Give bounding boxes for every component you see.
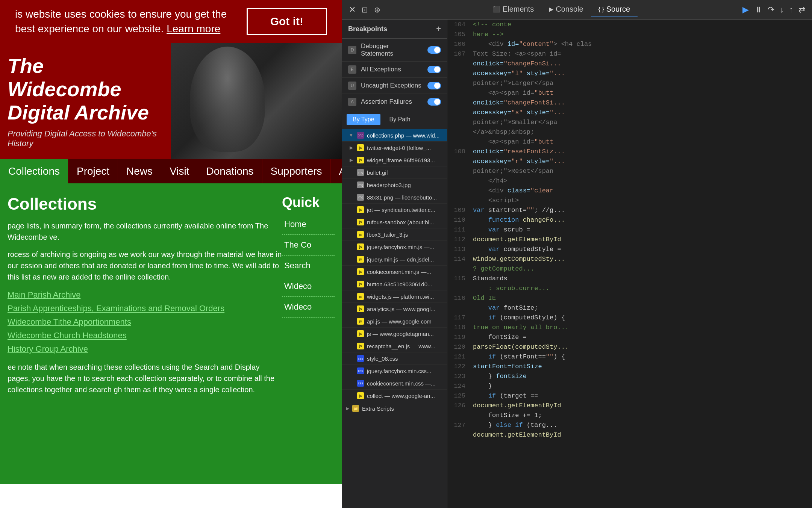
expand-arrow-icon: ▼ bbox=[348, 132, 354, 138]
js-icon: js bbox=[357, 144, 364, 151]
by-type-button[interactable]: By Type bbox=[347, 114, 380, 125]
code-line-122: startFont=fontSize bbox=[473, 361, 812, 371]
file-item-style-css[interactable]: ▶ css style_08.css bbox=[342, 352, 447, 365]
main-content: Collections page lists, in summary form,… bbox=[0, 183, 342, 484]
step-out-icon[interactable]: ↑ bbox=[789, 5, 793, 15]
file-item-button63[interactable]: ▶ js button.63c51c903061d0... bbox=[342, 278, 447, 290]
tab-source[interactable]: { } Source bbox=[591, 2, 638, 17]
css-icon: css bbox=[357, 355, 364, 362]
file-name-header: headerphoto3.jpg bbox=[367, 182, 443, 188]
uncaught-toggle[interactable] bbox=[427, 82, 441, 89]
file-item-api-js[interactable]: ▶ js api.js — www.google.com bbox=[342, 315, 447, 328]
file-item-collections-php[interactable]: ▼ php collections.php — www.wid... bbox=[342, 129, 447, 142]
collection-link-1[interactable]: Main Parish Archive bbox=[8, 290, 282, 300]
code-line-117: if (computedStyle) { bbox=[473, 313, 812, 322]
breakpoints-header: Breakpoints + bbox=[342, 20, 447, 39]
file-item-widgets-js[interactable]: ▶ js widgets.js — platform.twi... bbox=[342, 290, 447, 303]
code-line-116b: var fontSize; bbox=[473, 303, 812, 313]
js-icon-7: js bbox=[357, 256, 364, 263]
devtools-panel: ✕ ⊡ ⊕ ⬛ Elements ▶ Console { } Source ▶ … bbox=[342, 0, 812, 508]
step-into-icon[interactable]: ↓ bbox=[780, 5, 784, 15]
file-item-cookieconsent-css[interactable]: ▶ css cookieconsent.min.css —... bbox=[342, 377, 447, 390]
code-line-124: } bbox=[473, 381, 812, 391]
line-110: 110 bbox=[447, 215, 470, 225]
file-item-jquery-min[interactable]: ▶ js jquery.min.js — cdn.jsdel... bbox=[342, 253, 447, 266]
nav-item-collections[interactable]: Collections bbox=[0, 159, 68, 183]
all-exceptions-toggle[interactable] bbox=[427, 66, 441, 73]
code-line-107b: onclick="changeFonSi... bbox=[473, 59, 812, 68]
file-item-fancybox-css[interactable]: ▶ css jquery.fancybox.min.css... bbox=[342, 365, 447, 377]
file-item-twitter-widget[interactable]: ▶ js twitter-widget-0 (follow_... bbox=[342, 142, 447, 154]
quick-link-home[interactable]: Home bbox=[282, 214, 335, 235]
nav-item-supporters[interactable]: Supporters bbox=[262, 159, 331, 183]
file-item-jot[interactable]: ▶ js jot — syndication.twitter.c... bbox=[342, 204, 447, 216]
file-item-cookieconsent-js[interactable]: ▶ js cookieconsent.min.js —... bbox=[342, 266, 447, 278]
pause-icon[interactable]: ⏸ bbox=[754, 5, 762, 15]
line-127: 127 bbox=[447, 420, 470, 430]
add-breakpoint-icon[interactable]: + bbox=[436, 24, 441, 34]
expand-icon-2: ▶ bbox=[348, 157, 354, 163]
code-line-108f: <script> bbox=[473, 195, 812, 205]
code-editor: 104 105 106 107 108 bbox=[447, 20, 812, 508]
main-navigation: Collections Project News Visit Donations… bbox=[0, 159, 342, 183]
line-115b bbox=[447, 283, 470, 293]
file-item-analytics[interactable]: ▶ js analytics.js — www.googl... bbox=[342, 303, 447, 315]
code-line-110: function changeFo... bbox=[473, 215, 812, 225]
close-icon[interactable]: ✕ bbox=[349, 5, 356, 15]
code-content: <!-- conte here --> <div id="content"> <… bbox=[470, 20, 812, 508]
code-line-107j: <a><span id="butt bbox=[473, 137, 812, 147]
file-item-88x31[interactable]: ▶ img 88x31.png — licensebutto... bbox=[342, 191, 447, 204]
nav-item-additions[interactable]: Additions bbox=[331, 159, 342, 183]
debugger-toggle[interactable] bbox=[427, 46, 441, 54]
line-113: 113 bbox=[447, 244, 470, 254]
file-name-jquery: jquery.min.js — cdn.jsdel... bbox=[367, 256, 443, 263]
line-114b bbox=[447, 264, 470, 274]
collection-link-5[interactable]: History Group Archive bbox=[8, 344, 282, 354]
step-icon[interactable]: ⇄ bbox=[798, 5, 805, 15]
nav-item-donations[interactable]: Donations bbox=[198, 159, 262, 183]
cookie-text: is website uses cookies to ensure you ge… bbox=[15, 7, 247, 36]
inspect-icon[interactable]: ⊕ bbox=[374, 5, 380, 14]
file-item-bullet-gif[interactable]: ▶ img bullet.gif bbox=[342, 166, 447, 179]
tab-elements[interactable]: ⬛ Elements bbox=[485, 2, 541, 17]
file-item-gtag-js[interactable]: ▶ js js — www.googletagman... bbox=[342, 328, 447, 340]
play-icon[interactable]: ▶ bbox=[742, 5, 749, 15]
code-line-112: document.getElementById bbox=[473, 234, 812, 244]
learn-more-link[interactable]: Learn more bbox=[167, 23, 220, 35]
file-item-headerphoto[interactable]: ▶ img headerphoto3.jpg bbox=[342, 179, 447, 191]
quick-link-7[interactable]: Wideco bbox=[282, 297, 335, 318]
file-item-collect[interactable]: ▶ js collect — www.google-an... bbox=[342, 390, 447, 402]
collections-section: Collections page lists, in summary form,… bbox=[8, 195, 282, 473]
collection-link-4[interactable]: Widecombe Church Headstones bbox=[8, 331, 282, 340]
quick-link-2[interactable]: The Co bbox=[282, 235, 335, 256]
hero-image bbox=[171, 43, 342, 159]
file-item-fancybox-js[interactable]: ▶ js jquery.fancybox.min.js —... bbox=[342, 241, 447, 253]
line-107: 107 bbox=[447, 49, 470, 59]
js-icon-11: js bbox=[357, 305, 364, 312]
nav-item-project[interactable]: Project bbox=[68, 159, 118, 183]
step-over-icon[interactable]: ↷ bbox=[768, 5, 774, 15]
tab-console[interactable]: ▶ Console bbox=[541, 2, 591, 17]
dock-icon[interactable]: ⊡ bbox=[362, 5, 368, 14]
assertion-toggle[interactable] bbox=[427, 98, 441, 106]
file-item-fbox3[interactable]: ▶ js fbox3_tailor_3.js bbox=[342, 228, 447, 241]
extra-scripts-label: Extra Scripts bbox=[362, 405, 394, 412]
extra-scripts-group[interactable]: ▶ 📁 Extra Scripts bbox=[342, 402, 447, 415]
quick-link-search[interactable]: Search bbox=[282, 256, 335, 276]
file-name-gtag: js — www.googletagman... bbox=[367, 331, 443, 337]
file-item-rufous[interactable]: ▶ js rufous-sandbox (about:bl... bbox=[342, 216, 447, 228]
site-subtitle: Providing Digital Access to Widecombe's … bbox=[8, 129, 160, 148]
file-item-recaptcha[interactable]: ▶ js recaptcha__en.js — www... bbox=[342, 340, 447, 352]
collection-link-2[interactable]: Parish Apprenticeships, Examinations and… bbox=[8, 304, 282, 313]
file-item-widget-iframe[interactable]: ▶ js widget_iframe.96fd96193... bbox=[342, 154, 447, 166]
nav-item-visit[interactable]: Visit bbox=[161, 159, 198, 183]
quick-link-6[interactable]: Wideco bbox=[282, 276, 335, 297]
file-name-fbox3: fbox3_tailor_3.js bbox=[367, 231, 443, 238]
code-line-107d: pointer;">Larger</spa bbox=[473, 78, 812, 88]
got-it-button[interactable]: Got it! bbox=[247, 8, 327, 35]
collection-link-3[interactable]: Widecombe Tithe Apportionments bbox=[8, 317, 282, 327]
line-108b bbox=[447, 156, 470, 166]
nav-item-news[interactable]: News bbox=[118, 159, 161, 183]
devtools-topbar: ✕ ⊡ ⊕ ⬛ Elements ▶ Console { } Source ▶ … bbox=[342, 0, 812, 20]
by-path-button[interactable]: By Path bbox=[383, 114, 417, 125]
